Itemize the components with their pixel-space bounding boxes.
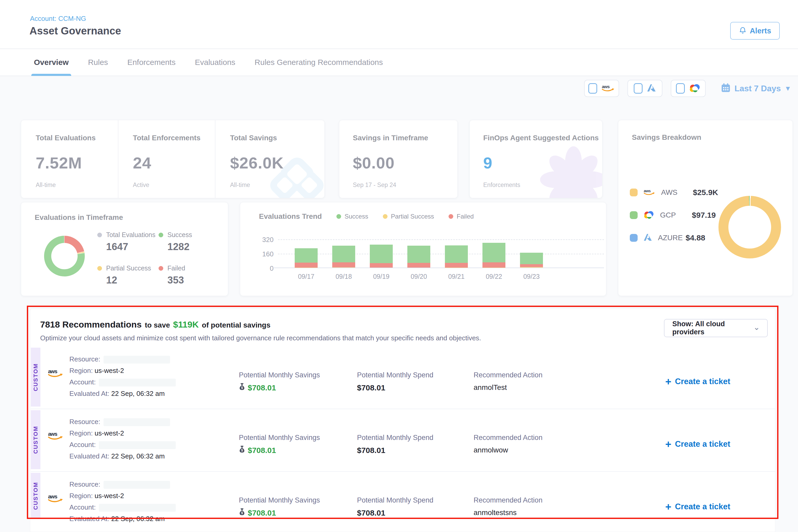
create-ticket-label: Create a ticket [675,502,730,511]
partial-dot [97,266,102,271]
legend-item-partial-success: Partial Success 12 [97,264,158,286]
bar-segment-success [445,245,468,263]
caret-down-icon: ▼ [784,84,791,93]
legend-value: $4.88 [686,233,705,242]
savings-value: $708.01 [248,446,276,455]
x-axis-line [273,268,604,268]
potential-monthly-spend: Potential Monthly Spend $708.01 [357,496,433,517]
total-dot [97,233,102,237]
row-divider [31,408,776,409]
provider-filter-gcp[interactable] [671,80,706,97]
azure-checkbox[interactable] [634,83,643,94]
account-breadcrumb[interactable]: Account: CCM-NG [30,15,86,23]
legend-label: AZURE [658,234,680,242]
recommendations-panel: 7818 Recommendations to save $119K of po… [30,308,775,532]
potential-monthly-savings: Potential Monthly Savings $$708.01 [239,371,320,393]
stat-total-evaluations: Total Evaluations 7.52M All-time [21,120,118,198]
y-axis-tick: 0 [253,264,273,272]
tab-overview[interactable]: Overview [34,49,69,76]
create-ticket-button[interactable]: + Create a ticket [665,502,730,511]
alerts-button[interactable]: Alerts [730,22,780,40]
tab-rules-generating-recommendations[interactable]: Rules Generating Recommendations [254,49,383,76]
failed-dot [158,266,163,271]
success-dot [158,233,163,237]
x-axis-label: 09/21 [441,273,472,280]
action-value: anmolwow [474,446,543,454]
create-ticket-button[interactable]: + Create a ticket [665,439,730,449]
svg-text:$: $ [241,449,243,452]
save-prefix: to save [145,321,170,329]
bell-icon [739,26,747,36]
redacted-account-value [99,504,176,512]
bar-segment-success [370,245,393,263]
provider-filter-aws[interactable]: aws [584,80,619,97]
stat-value: $0.00 [353,154,457,172]
aws-icon: aws [48,431,64,441]
alerts-label: Alerts [750,26,771,35]
svg-text:aws: aws [48,431,57,437]
azure-color-swatch [630,234,638,242]
card-title: FinOps Agent Suggested Actions [483,134,602,142]
dropdown-selected-value: Show: All cloud providers [672,320,754,336]
x-axis-label: 09/20 [403,273,435,280]
resource-details: Resource: Region: us-west-2 Account: Eva… [69,478,176,525]
legend-item-azure: AZURE $4.88 [630,233,718,242]
cloud-provider-filter-dropdown[interactable]: Show: All cloud providers ⌄ [664,319,768,337]
recommended-action: Recommended Action anmoltestsns [474,496,543,517]
svg-text:aws: aws [48,368,57,374]
plus-icon: + [665,502,671,511]
stat-value: 9 [483,154,602,172]
bar-segment-partial-success [332,267,355,268]
stat-value: $26.0K [230,154,324,172]
action-value: anmoltestsns [474,509,543,517]
bar-segment-failed [370,263,393,268]
savings-value: $708.01 [248,509,276,517]
tab-enforcements[interactable]: Enforcements [127,49,175,76]
aws-checkbox[interactable] [588,83,597,94]
custom-badge: CUSTOM [31,348,40,406]
gcp-checkbox[interactable] [676,83,685,94]
bar-segment-success [407,246,430,263]
x-axis-label: 09/18 [328,273,359,280]
azure-icon [647,84,656,93]
recommendation-row: CUSTOM aws Resource: Region: us-west-2 A… [30,348,776,407]
aws-color-swatch [630,189,638,196]
gcp-icon [643,210,654,220]
redacted-resource-value [103,481,170,489]
money-bag-icon: $ [239,383,245,393]
page-header: Account: CCM-NG Asset Governance Alerts [0,0,798,49]
page-title: Asset Governance [30,25,121,37]
money-bag-icon: $ [239,508,245,518]
resource-details: Resource: Region: us-west-2 Account: Eva… [69,353,176,399]
svg-text:aws: aws [48,494,57,499]
y-axis-tick: 320 [253,236,273,244]
trend-header: Evaluations Trend Success Partial Succes… [259,212,474,221]
card-title: Savings in Timeframe [353,134,457,142]
save-suffix: of potential savings [202,321,270,329]
custom-badge: CUSTOM [31,410,40,469]
bar-segment-success [332,246,355,262]
legend-label: AWS [661,188,687,197]
custom-badge: CUSTOM [31,473,40,519]
create-ticket-button[interactable]: + Create a ticket [665,377,730,386]
evaluations-in-timeframe-card: Evaluations in Timeframe Total Evaluatio… [21,202,228,296]
stat-caption: Enforcements [483,182,520,189]
savings-breakdown-legend: aws AWS $25.9K GCP $97.19 AZURE $4.88 [630,188,718,242]
bar-segment-failed [445,263,468,268]
money-bag-icon: $ [239,445,245,455]
tab-rules[interactable]: Rules [88,49,108,76]
date-range-filter[interactable]: Last 7 Days ▼ [721,83,791,94]
recommended-action: Recommended Action anmolwow [474,434,543,454]
provider-filter-azure[interactable] [627,80,662,97]
success-dot [337,214,341,219]
aws-icon: aws [48,368,64,379]
resource-details: Resource: Region: us-west-2 Account: Eva… [69,416,176,462]
stat-caption: All-time [230,182,250,189]
recommendation-row: CUSTOM aws Resource: Region: us-west-2 A… [30,410,776,470]
legend-value: $97.19 [692,211,716,220]
tab-evaluations[interactable]: Evaluations [195,49,235,76]
svg-text:aws: aws [602,84,610,89]
provider-date-filters: aws Last 7 [584,80,791,97]
stat-title: Total Savings [230,134,324,142]
bar-segment-partial-success [520,267,543,268]
